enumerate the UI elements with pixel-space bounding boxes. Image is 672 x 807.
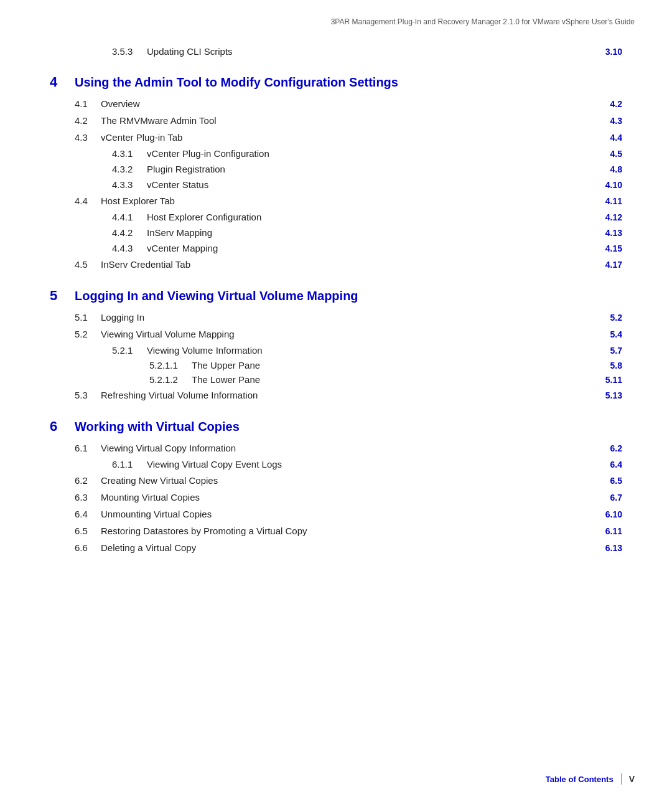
toc-entry-5.1: 5.1 Logging In 5.2 <box>50 309 622 326</box>
chapter-title: Working with Virtual Copies <box>75 420 240 434</box>
entry-title: Host Explorer Tab <box>101 196 175 206</box>
footer-page: V <box>629 774 635 784</box>
entry-title: Viewing Virtual Copy Event Logs <box>147 459 282 470</box>
chapter-heading-6: 6 Working with Virtual Copies <box>50 418 622 435</box>
entry-left: 6.3 Mounting Virtual Copies <box>75 492 200 503</box>
toc-entry-6.6: 6.6 Deleting a Virtual Copy 6.13 <box>50 539 622 556</box>
entry-left: 6.6 Deleting a Virtual Copy <box>75 542 196 553</box>
chapter-num: 6 <box>50 418 75 435</box>
entry-title: Restoring Datastores by Promoting a Virt… <box>101 526 307 536</box>
entry-page: 4.5 <box>610 149 622 159</box>
entry-num: 5.2.1.1 <box>149 360 187 370</box>
entry-num: 4.4.1 <box>112 212 142 222</box>
entry-page: 5.4 <box>610 329 622 339</box>
entry-page: 4.11 <box>605 196 622 206</box>
entry-left: 6.1 Viewing Virtual Copy Information <box>75 443 236 453</box>
entry-left: 4.3 vCenter Plug-in Tab <box>75 132 182 143</box>
toc-entry-4.3.2: 4.3.2 Plugin Registration 4.8 <box>50 161 622 177</box>
entry-title: Plugin Registration <box>147 164 225 174</box>
entry-page: 4.10 <box>605 180 622 190</box>
entry-num: 6.6 <box>75 542 95 553</box>
toc-entry-4.4.1: 4.4.1 Host Explorer Configuration 4.12 <box>50 209 622 225</box>
toc-entry-4.5: 4.5 InServ Credential Tab 4.17 <box>50 256 622 273</box>
entry-num: 4.5 <box>75 259 95 270</box>
entry-left: 4.4.2 InServ Mapping <box>112 227 212 238</box>
entry-page: 4.3 <box>610 116 622 126</box>
entry-left: 6.2 Creating New Virtual Copies <box>75 475 218 486</box>
entry-left: 5.2 Viewing Virtual Volume Mapping <box>75 329 235 339</box>
entry-title: InServ Mapping <box>147 227 212 238</box>
entry-num: 6.3 <box>75 492 95 503</box>
chapter-num: 5 <box>50 288 75 304</box>
entry-left: 5.3 Refreshing Virtual Volume Informatio… <box>75 390 258 400</box>
entry-page: 6.13 <box>605 543 622 553</box>
toc-entry-4.4.3: 4.4.3 vCenter Mapping 4.15 <box>50 240 622 256</box>
entry-left: 3.5.3 Updating CLI Scripts <box>112 46 233 57</box>
entry-page: 4.8 <box>610 164 622 174</box>
entry-page: 6.5 <box>610 476 622 486</box>
entry-num: 6.5 <box>75 526 95 536</box>
entry-title: vCenter Plug-in Tab <box>101 132 182 143</box>
entry-page: 6.2 <box>610 443 622 453</box>
entry-left: 4.4 Host Explorer Tab <box>75 196 175 206</box>
entry-left: 6.4 Unmounting Virtual Copies <box>75 509 212 519</box>
entry-num: 5.2 <box>75 329 95 339</box>
entry-title: Mounting Virtual Copies <box>101 492 200 503</box>
entry-title: Refreshing Virtual Volume Information <box>101 390 258 400</box>
chapter-heading-4: 4 Using the Admin Tool to Modify Configu… <box>50 74 622 90</box>
page-header: 3PAR Management Plug-In and Recovery Man… <box>0 0 672 37</box>
entry-page: 5.2 <box>610 313 622 323</box>
entry-num: 4.4.3 <box>112 243 142 253</box>
chapter-title: Logging In and Viewing Virtual Volume Ma… <box>75 289 358 303</box>
toc-entry-6.5: 6.5 Restoring Datastores by Promoting a … <box>50 522 622 539</box>
entry-num: 3.5.3 <box>112 46 142 57</box>
entry-left: 4.5 InServ Credential Tab <box>75 259 190 270</box>
entry-num: 6.4 <box>75 509 95 519</box>
chapter-heading-5: 5 Logging In and Viewing Virtual Volume … <box>50 288 622 304</box>
toc-entry-6.3: 6.3 Mounting Virtual Copies 6.7 <box>50 489 622 506</box>
entry-num: 5.3 <box>75 390 95 400</box>
toc-entry-5.2.1: 5.2.1 Viewing Volume Information 5.7 <box>50 342 622 358</box>
entry-num: 6.2 <box>75 475 95 486</box>
entry-left: 4.2 The RMVMware Admin Tool <box>75 115 217 126</box>
entry-num: 4.4 <box>75 196 95 206</box>
entry-title: Logging In <box>101 312 144 323</box>
entry-num: 4.3.1 <box>112 148 142 159</box>
entry-page: 4.13 <box>605 228 622 238</box>
chapter-num: 4 <box>50 74 75 90</box>
entry-page: 4.17 <box>605 260 622 270</box>
entry-page: 5.8 <box>610 361 622 370</box>
entry-title: Host Explorer Configuration <box>147 212 261 222</box>
entry-page: 5.11 <box>605 375 622 385</box>
toc-entry-4.3: 4.3 vCenter Plug-in Tab 4.4 <box>50 129 622 146</box>
entry-page: 6.7 <box>610 493 622 503</box>
footer-label: Table of Contents <box>546 775 614 784</box>
chapter-title: Using the Admin Tool to Modify Configura… <box>75 75 398 90</box>
entry-title: Deleting a Virtual Copy <box>101 542 196 553</box>
entry-title: vCenter Status <box>147 179 208 190</box>
entry-title: The Upper Pane <box>192 360 260 370</box>
entry-title: Viewing Virtual Copy Information <box>101 443 236 453</box>
entry-num: 5.2.1 <box>112 345 142 356</box>
entry-page: 4.15 <box>605 243 622 253</box>
entry-left: 4.3.3 vCenter Status <box>112 179 208 190</box>
entry-num: 4.1 <box>75 98 95 109</box>
toc-entry-4.1: 4.1 Overview 4.2 <box>50 95 622 112</box>
entry-page: 5.7 <box>610 346 622 356</box>
entry-page: 4.12 <box>605 212 622 222</box>
toc-entry-4.3.1: 4.3.1 vCenter Plug-in Configuration 4.5 <box>50 146 622 161</box>
toc-entry-4.4: 4.4 Host Explorer Tab 4.11 <box>50 192 622 209</box>
toc-entry-6.1.1: 6.1.1 Viewing Virtual Copy Event Logs 6.… <box>50 456 622 472</box>
toc-entry-5.2.1.1: 5.2.1.1 The Upper Pane 5.8 <box>50 358 622 372</box>
entry-title: Overview <box>101 98 140 109</box>
entry-title: InServ Credential Tab <box>101 259 190 270</box>
entry-title: The Lower Pane <box>192 374 260 385</box>
entry-title: Updating CLI Scripts <box>147 46 233 57</box>
entry-title: vCenter Mapping <box>147 243 218 253</box>
entry-num: 5.1 <box>75 312 95 323</box>
entry-page: 5.13 <box>605 390 622 400</box>
entry-num: 4.3 <box>75 132 95 143</box>
entry-page: 6.4 <box>610 460 622 470</box>
toc-entry-6.4: 6.4 Unmounting Virtual Copies 6.10 <box>50 506 622 522</box>
entry-num: 6.1.1 <box>112 459 142 470</box>
